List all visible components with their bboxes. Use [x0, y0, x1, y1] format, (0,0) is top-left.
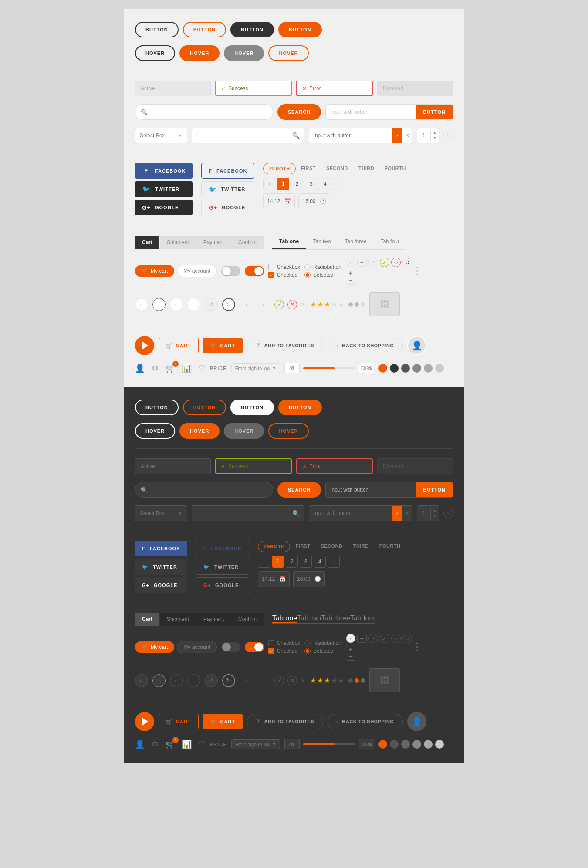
tab-three[interactable]: Tab three — [338, 235, 374, 249]
radio-1[interactable] — [304, 264, 311, 270]
dark-page-1[interactable]: 1 — [272, 556, 284, 568]
search-btn-inside[interactable]: 🔍 — [292, 132, 300, 139]
page-next[interactable]: › — [333, 178, 345, 190]
swatch-dark[interactable] — [390, 364, 399, 373]
dark-checkbox-2[interactable]: ✓ — [268, 648, 274, 654]
dark-play-button[interactable] — [135, 712, 154, 731]
dark-fav-button[interactable]: ♡ ADD TO FAVORITES — [247, 714, 323, 729]
dark-arrow-btn[interactable]: › — [392, 506, 402, 521]
dark-tab-four[interactable]: Tab four — [350, 614, 375, 623]
my-cart-tab[interactable]: 🛒 My cart — [135, 265, 174, 277]
progress-confirm[interactable]: Confirm — [231, 236, 264, 249]
btn-hover-3[interactable]: HOVER — [224, 45, 264, 61]
tab-first[interactable]: FIRST — [296, 163, 321, 174]
dark-btn-2[interactable]: BUTTON — [183, 400, 226, 415]
cart-solid-btn[interactable]: 🛒 CART — [203, 338, 243, 353]
dark-page-next[interactable]: › — [328, 556, 340, 568]
right-arrow[interactable]: → — [152, 298, 166, 311]
page-1[interactable]: 1 — [277, 178, 289, 190]
dark-btn-3[interactable]: BUTTON — [230, 400, 274, 415]
dark-progress-payment[interactable]: Payment — [196, 613, 231, 626]
dark-date-picker[interactable]: 14.12 📅 — [258, 571, 290, 587]
dot-1[interactable] — [348, 302, 353, 307]
dark-num-input[interactable] — [417, 510, 430, 516]
dot-2[interactable] — [355, 302, 359, 307]
stepper-prev[interactable]: ‹ — [346, 258, 355, 267]
dark-hover-1[interactable]: HOVER — [135, 423, 175, 439]
dark-page-3[interactable]: 3 — [300, 556, 312, 568]
fav-button[interactable]: ♡ ADD TO FAVORITES — [247, 338, 323, 353]
tab-zeroth[interactable]: ZEROTH — [263, 163, 295, 174]
search-input[interactable] — [150, 109, 267, 115]
dark-tab-second[interactable]: SECOND — [316, 541, 348, 552]
minus-btn[interactable]: − — [349, 277, 352, 283]
dark-btn-4[interactable]: BUTTON — [278, 400, 322, 415]
dark-social-tw[interactable]: 🐦 TWITTER — [135, 559, 187, 575]
dark-swatch-gray1[interactable] — [401, 740, 410, 749]
dark-plus-btn[interactable]: + — [360, 635, 364, 641]
tab-third[interactable]: THIRD — [353, 163, 379, 174]
thin-left[interactable]: ‹ — [240, 298, 253, 311]
dark-back-shopping-button[interactable]: ‹ BACK TO SHOPPING — [328, 714, 403, 729]
dark-radio-2[interactable] — [304, 648, 311, 654]
dark-my-account-tab[interactable]: My account — [177, 641, 216, 653]
dark-right-arrow[interactable]: → — [152, 674, 166, 687]
num-down[interactable]: ▼ — [431, 136, 439, 141]
social-gp-outline[interactable]: g+ GOOGLE — [201, 200, 254, 215]
vertical-menu[interactable] — [416, 267, 418, 275]
dark-social-gp-outline[interactable]: g+ GOOGLE — [196, 577, 249, 593]
dark-plus-btn-2[interactable]: + — [349, 646, 352, 652]
help-btn[interactable]: ? — [443, 131, 453, 140]
dark-star-3[interactable]: ★ — [324, 676, 330, 685]
plus-btn[interactable]: + — [360, 259, 364, 265]
dark-swatch-light[interactable] — [435, 740, 444, 749]
btn-hover-1[interactable]: HOVER — [135, 45, 175, 61]
page-prev[interactable]: ‹ — [263, 178, 275, 190]
page-2[interactable]: 2 — [291, 178, 303, 190]
tab-two[interactable]: Tab two — [306, 235, 338, 249]
radio-2[interactable] — [304, 272, 311, 278]
heart-bottom-icon[interactable]: ♡ — [199, 363, 206, 373]
date-picker[interactable]: 14.12 📅 — [263, 193, 295, 209]
play-button[interactable] — [135, 336, 154, 355]
dark-left-arrow-2[interactable]: ← — [170, 674, 183, 687]
dark-help-circle-1[interactable]: ? — [368, 634, 378, 643]
range-max-input[interactable] — [359, 363, 374, 373]
circle-left[interactable]: ↺ — [205, 298, 218, 311]
dark-swatch-gray3[interactable] — [424, 740, 433, 749]
page-3[interactable]: 3 — [305, 178, 317, 190]
btn-hover-2[interactable]: HOVER — [179, 45, 220, 61]
btn-dark[interactable]: BUTTON — [230, 22, 274, 37]
search-button[interactable]: SEARCH — [277, 104, 321, 120]
dark-tab-one[interactable]: Tab one — [272, 614, 297, 623]
social-fb-btn[interactable]: f FACEBOOK — [135, 163, 193, 179]
dark-circle-right[interactable]: ↻ — [222, 674, 235, 687]
dark-page-4[interactable]: 4 — [314, 556, 326, 568]
chart-icon[interactable]: 📊 — [182, 363, 192, 373]
swatch-gray3[interactable] — [424, 364, 433, 373]
sort-select[interactable]: From high to low ▼ — [231, 363, 280, 373]
btn-outline-orange[interactable]: BUTTON — [183, 22, 226, 37]
dark-social-fb-outline[interactable]: f FACEBOOK — [196, 541, 249, 556]
right-arrow-2[interactable]: → — [187, 298, 200, 311]
left-arrow-2[interactable]: ← — [170, 298, 183, 311]
dark-progress-shipment[interactable]: Shipment — [160, 613, 196, 626]
back-shopping-button[interactable]: ‹ BACK TO SHOPPING — [328, 338, 403, 353]
progress-cart[interactable]: Cart — [135, 236, 159, 249]
dark-tab-two[interactable]: Tab two — [297, 614, 321, 623]
star-1[interactable]: ★ — [310, 300, 316, 309]
my-account-tab[interactable]: My account — [177, 265, 216, 277]
cart-outline-btn[interactable]: 🛒 CART — [159, 338, 199, 353]
dark-progress-confirm[interactable]: Confirm — [231, 613, 264, 626]
dark-num-down[interactable]: ▼ — [431, 513, 439, 519]
num-input[interactable] — [417, 132, 430, 139]
dark-social-fb[interactable]: f FACEBOOK — [135, 541, 187, 556]
dark-right-arrow-2[interactable]: → — [187, 674, 200, 687]
dark-hover-2[interactable]: HOVER — [179, 423, 220, 439]
dark-dot-2[interactable] — [355, 678, 359, 683]
dark-time-picker[interactable]: 16:00 🕐 — [293, 571, 325, 587]
dark-cart-outline-btn[interactable]: 🛒 CART — [159, 714, 199, 729]
dark-range-max-input[interactable] — [359, 739, 374, 749]
dark-my-cart-tab[interactable]: 🛒 My cart — [135, 641, 174, 653]
user-icon[interactable]: 👤 — [135, 363, 145, 373]
